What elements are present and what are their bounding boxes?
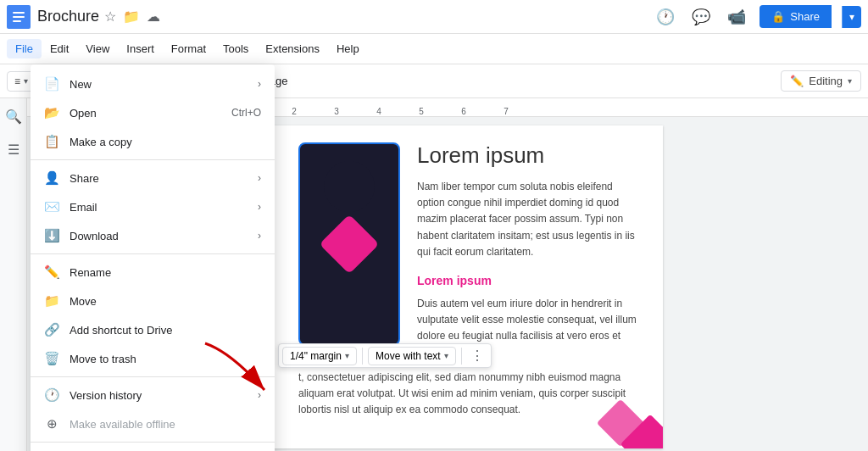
file-menu-shortcut-label: Add shortcut to Drive <box>70 324 261 337</box>
image-floating-toolbar: 1/4" margin ▾ Move with text ▾ ⋮ <box>278 343 492 368</box>
outline-icon[interactable]: ☰ <box>4 138 23 161</box>
document-page: Lorem ipsum Nam liber tempor cum soluta … <box>273 125 663 448</box>
file-menu-download-label: Download <box>70 230 248 242</box>
ruler-mark-4: 4 <box>358 107 400 116</box>
menu-bar: File Edit View Insert Format Tools Exten… <box>0 34 868 64</box>
title-bar-actions: 🕐 💬 📹 🔒 Share ▾ <box>653 4 861 30</box>
history-icon[interactable]: 🕐 <box>653 4 678 30</box>
cloud-icon[interactable]: ☁ <box>147 8 160 25</box>
search-icon[interactable]: 🔍 <box>2 105 25 128</box>
version-icon: 🕐 <box>44 387 59 403</box>
more-options-button[interactable]: ⋮ <box>467 346 487 365</box>
ruler-mark-5: 5 <box>400 107 442 116</box>
file-menu-open[interactable]: 📂 Open Ctrl+O <box>31 98 275 127</box>
menu-file[interactable]: File <box>7 39 42 58</box>
file-menu-divider-3 <box>31 376 275 377</box>
document-body-1[interactable]: Nam liber tempor cum soluta nobis eleife… <box>417 179 637 260</box>
file-menu-email-arrow: › <box>258 201 261 213</box>
svg-rect-1 <box>13 12 25 14</box>
trash-icon: 🗑️ <box>44 351 59 366</box>
document-body-3[interactable]: t, consectetuer adipiscing elit, sed dia… <box>298 370 637 419</box>
menu-insert[interactable]: Insert <box>118 39 163 58</box>
document-title: Brochure <box>37 8 99 25</box>
folder-icon[interactable]: 📁 <box>123 8 140 25</box>
rename-icon: ✏️ <box>44 264 59 280</box>
sidebar: 🔍 ☰ <box>0 98 27 451</box>
file-menu-divider-4 <box>31 442 275 443</box>
file-menu-divider-2 <box>31 253 275 254</box>
new-icon: 📄 <box>44 76 59 92</box>
docs-logo <box>7 5 31 29</box>
file-menu-email[interactable]: ✉️ Email › <box>31 192 275 221</box>
list-icon: ≡ <box>14 75 20 87</box>
pencil-icon: ✏️ <box>790 75 804 87</box>
file-menu-copy[interactable]: 📋 Make a copy <box>31 127 275 156</box>
editing-label: Editing <box>809 75 843 87</box>
menu-edit[interactable]: Edit <box>42 39 77 58</box>
file-menu-divider-1 <box>31 159 275 160</box>
file-menu-dropdown: 📄 New › 📂 Open Ctrl+O 📋 Make a copy 👤 Sh… <box>31 64 275 451</box>
file-menu-download-arrow: › <box>258 230 261 242</box>
document-title-text: Lorem ipsum <box>417 142 637 169</box>
file-menu-share[interactable]: 👤 Share › <box>31 164 275 192</box>
ruler-mark-6: 6 <box>442 107 485 116</box>
video-icon[interactable]: 📹 <box>724 4 749 30</box>
list-dropdown-arrow: ▾ <box>24 76 28 86</box>
image-diamond-shape <box>320 214 380 275</box>
file-menu-version-label: Version history <box>70 389 248 402</box>
ruler-mark-7: 7 <box>485 107 527 116</box>
move-icon: 📁 <box>44 293 59 309</box>
file-menu-move[interactable]: 📁 Move <box>31 287 275 315</box>
share-icon: 👤 <box>44 170 59 186</box>
file-menu-new-arrow: › <box>258 78 261 90</box>
bottom-decoration <box>595 398 663 448</box>
file-menu-open-label: Open <box>70 107 221 120</box>
share-label: Share <box>790 10 820 23</box>
file-menu-share-label: Share <box>70 172 248 185</box>
file-menu-version[interactable]: 🕐 Version history › <box>31 381 275 409</box>
email-icon: ✉️ <box>44 199 59 214</box>
margin-select[interactable]: 1/4" margin ▾ <box>282 347 357 365</box>
menu-extensions[interactable]: Extensions <box>257 39 328 58</box>
offline-icon: ⊕ <box>44 416 59 432</box>
share-dropdown-button[interactable]: ▾ <box>842 6 861 28</box>
document-image[interactable] <box>298 142 400 346</box>
menu-view[interactable]: View <box>77 39 118 58</box>
shortcut-icon: 🔗 <box>44 322 59 337</box>
file-menu-trash-label: Move to trash <box>70 353 261 365</box>
move-text-select[interactable]: Move with text ▾ <box>368 347 456 365</box>
star-icon[interactable]: ☆ <box>104 8 116 25</box>
comment-icon[interactable]: 💬 <box>688 4 714 30</box>
file-menu-download[interactable]: ⬇️ Download › <box>31 221 275 250</box>
file-menu-rename[interactable]: ✏️ Rename <box>31 258 275 287</box>
svg-rect-2 <box>13 16 25 18</box>
file-menu-copy-label: Make a copy <box>70 136 261 148</box>
menu-help[interactable]: Help <box>328 39 368 58</box>
file-menu-details[interactable]: ℹ️ Details <box>31 446 275 451</box>
title-bar: Brochure ☆ 📁 ☁ 🕐 💬 📹 🔒 Share ▾ <box>0 0 868 34</box>
file-menu-new-label: New <box>70 78 248 91</box>
file-menu-offline: ⊕ Make available offline <box>31 409 275 438</box>
share-lock-icon: 🔒 <box>771 10 785 23</box>
download-icon: ⬇️ <box>44 228 59 243</box>
document-content: Lorem ipsum Nam liber tempor cum soluta … <box>417 142 637 361</box>
file-menu-shortcut[interactable]: 🔗 Add shortcut to Drive <box>31 315 275 344</box>
editing-dropdown-arrow: ▾ <box>848 76 852 86</box>
file-menu-new[interactable]: 📄 New › <box>31 70 275 98</box>
file-menu-rename-label: Rename <box>70 266 261 279</box>
title-bar-icons: ☆ 📁 ☁ <box>104 8 160 25</box>
file-menu-version-arrow: › <box>258 389 261 401</box>
menu-tools[interactable]: Tools <box>214 39 257 58</box>
margin-label: 1/4" margin <box>290 350 342 362</box>
document-subtitle: Lorem ipsum <box>417 274 637 287</box>
image-toolbar-divider <box>362 348 363 365</box>
file-menu-trash[interactable]: 🗑️ Move to trash <box>31 344 275 373</box>
open-icon: 📂 <box>44 105 59 120</box>
file-menu-move-label: Move <box>70 295 261 308</box>
share-button[interactable]: 🔒 Share <box>760 5 832 28</box>
copy-icon: 📋 <box>44 134 59 149</box>
menu-format[interactable]: Format <box>163 39 214 58</box>
move-text-label: Move with text <box>376 350 441 362</box>
editing-button[interactable]: ✏️ Editing ▾ <box>781 70 861 92</box>
ruler-mark-3: 3 <box>315 107 358 116</box>
